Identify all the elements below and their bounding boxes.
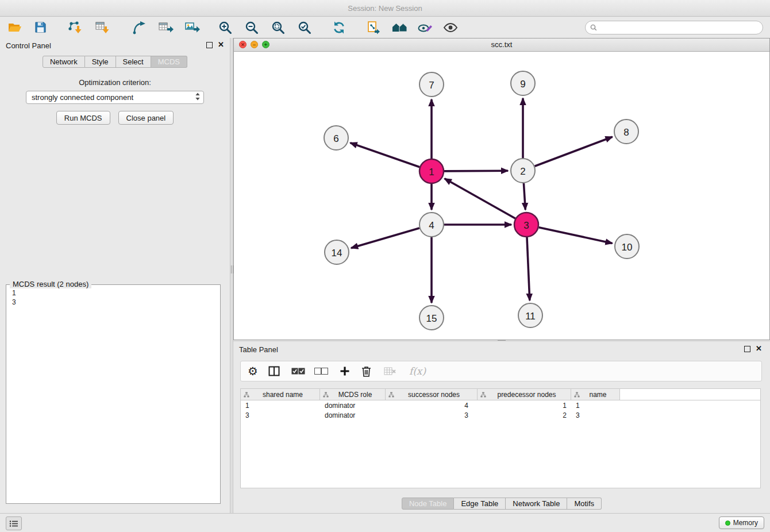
node-3[interactable]: 3 xyxy=(514,213,538,237)
zoom-selected-button[interactable] xyxy=(295,19,314,36)
tab-style[interactable]: Style xyxy=(85,56,116,68)
edge-2-8[interactable] xyxy=(535,137,613,166)
show-columns-button[interactable] xyxy=(268,363,280,380)
export-image-button[interactable] xyxy=(183,19,201,36)
table-settings-button[interactable]: ⚙ xyxy=(248,363,258,380)
delete-column-button[interactable] xyxy=(361,363,371,380)
node-11[interactable]: 11 xyxy=(518,303,542,327)
open-session-button[interactable] xyxy=(6,19,24,36)
column-header-predecessor-nodes[interactable]: predecessor nodes xyxy=(478,389,571,400)
deselect-all-rows-button[interactable] xyxy=(314,363,328,380)
refresh-icon xyxy=(332,21,346,34)
tab-motifs[interactable]: Motifs xyxy=(567,498,602,510)
column-header-MCDS-role[interactable]: MCDS role xyxy=(320,389,386,400)
control-panel-header: Control Panel ✕ xyxy=(0,38,230,54)
console-button[interactable] xyxy=(6,516,22,530)
show-hide-graphics-button[interactable] xyxy=(441,19,460,36)
refresh-layout-button[interactable] xyxy=(330,19,348,36)
zoom-fit-button[interactable] xyxy=(269,19,287,36)
edge-3-11[interactable] xyxy=(527,237,530,300)
table-cell: dominator xyxy=(320,411,386,419)
node-10[interactable]: 10 xyxy=(615,234,639,259)
select-all-rows-button[interactable] xyxy=(291,363,305,380)
table-cell: 4 xyxy=(386,402,478,410)
node-7[interactable]: 7 xyxy=(419,72,444,97)
columns-icon xyxy=(268,366,280,376)
control-panel: Control Panel ✕ Network Style Select MCD… xyxy=(0,38,230,513)
tab-network[interactable]: Network xyxy=(43,56,85,68)
column-type-icon xyxy=(388,392,394,398)
fx-icon: f(x) xyxy=(409,365,426,377)
tab-select[interactable]: Select xyxy=(116,56,151,68)
node-14[interactable]: 14 xyxy=(325,240,349,264)
save-session-button[interactable] xyxy=(31,19,49,36)
new-network-from-selection-button[interactable] xyxy=(364,19,383,36)
window-title-bar: Session: New Session xyxy=(0,0,770,17)
node-1[interactable]: 1 xyxy=(419,159,444,183)
zoom-selected-icon xyxy=(298,21,311,34)
tab-mcds[interactable]: MCDS xyxy=(151,56,187,68)
tab-edge-table[interactable]: Edge Table xyxy=(454,498,506,510)
svg-text:11: 11 xyxy=(525,311,536,322)
node-8[interactable]: 8 xyxy=(614,119,638,144)
node-2[interactable]: 2 xyxy=(511,159,535,183)
eye-icon xyxy=(443,21,458,34)
table-row[interactable]: 3dominator323 xyxy=(241,410,760,420)
home-view-button[interactable] xyxy=(391,19,409,36)
run-mcds-button[interactable]: Run MCDS xyxy=(56,111,110,125)
create-column-button[interactable] xyxy=(340,363,350,380)
delete-table-button[interactable] xyxy=(384,363,396,380)
close-panel-icon[interactable]: ✕ xyxy=(756,345,762,352)
import-network-button[interactable] xyxy=(66,19,84,36)
optimization-criterion-select[interactable]: strongly connected component xyxy=(26,91,204,104)
search-field[interactable] xyxy=(585,21,763,34)
export-network-button[interactable] xyxy=(130,19,148,36)
column-header-name[interactable]: name xyxy=(571,389,620,400)
edge-3-1[interactable] xyxy=(445,179,515,218)
table-header-filler xyxy=(620,389,760,400)
table-cell: 1 xyxy=(571,402,620,410)
checked-boxes-icon xyxy=(291,368,305,375)
unchecked-boxes-icon xyxy=(314,368,328,375)
node-4[interactable]: 4 xyxy=(419,213,444,237)
table-panel-tabs: Node Table Edge Table Network Table Moti… xyxy=(233,498,770,510)
gear-icon: ⚙ xyxy=(248,364,258,378)
export-table-button[interactable] xyxy=(156,19,175,36)
edge-2-3[interactable] xyxy=(523,183,525,210)
memory-button[interactable]: Memory xyxy=(719,516,764,529)
column-header-shared-name[interactable]: shared name xyxy=(241,389,320,400)
edge-3-10[interactable] xyxy=(539,228,613,244)
table-row[interactable]: 1dominator411 xyxy=(241,400,760,410)
zoom-out-button[interactable] xyxy=(242,19,261,36)
table-body: 1dominator4113dominator323 xyxy=(241,400,760,420)
memory-status-dot xyxy=(725,521,730,526)
tab-node-table[interactable]: Node Table xyxy=(402,498,455,510)
search-input[interactable] xyxy=(600,22,758,32)
result-item[interactable]: 1 xyxy=(6,288,220,298)
svg-text:9: 9 xyxy=(520,79,525,90)
edge-4-14[interactable] xyxy=(351,228,419,248)
apply-style-button[interactable] xyxy=(416,19,434,36)
zoom-in-button[interactable] xyxy=(216,19,234,36)
close-panel-button[interactable]: Close panel xyxy=(118,111,174,125)
node-9[interactable]: 9 xyxy=(511,71,535,95)
export-image-icon xyxy=(184,21,200,34)
network-graph-canvas[interactable]: 7968124314101511 xyxy=(234,51,769,340)
float-panel-icon[interactable] xyxy=(206,42,213,48)
column-header-successor-nodes[interactable]: successor nodes xyxy=(386,389,478,400)
node-6[interactable]: 6 xyxy=(324,126,348,150)
import-table-button[interactable] xyxy=(93,19,111,36)
close-panel-icon[interactable]: ✕ xyxy=(218,41,224,48)
edge-1-6[interactable] xyxy=(351,143,420,167)
column-type-icon xyxy=(480,392,486,398)
zoom-fit-icon xyxy=(271,21,285,34)
edge-1-2[interactable] xyxy=(444,171,508,171)
svg-text:6: 6 xyxy=(333,133,338,144)
result-item[interactable]: 3 xyxy=(6,298,220,307)
table-cell: 3 xyxy=(241,411,320,419)
function-builder-button[interactable]: f(x) xyxy=(409,363,426,380)
tab-network-table[interactable]: Network Table xyxy=(506,498,567,510)
float-panel-icon[interactable] xyxy=(744,346,750,352)
node-15[interactable]: 15 xyxy=(419,306,444,330)
svg-text:14: 14 xyxy=(332,248,342,259)
